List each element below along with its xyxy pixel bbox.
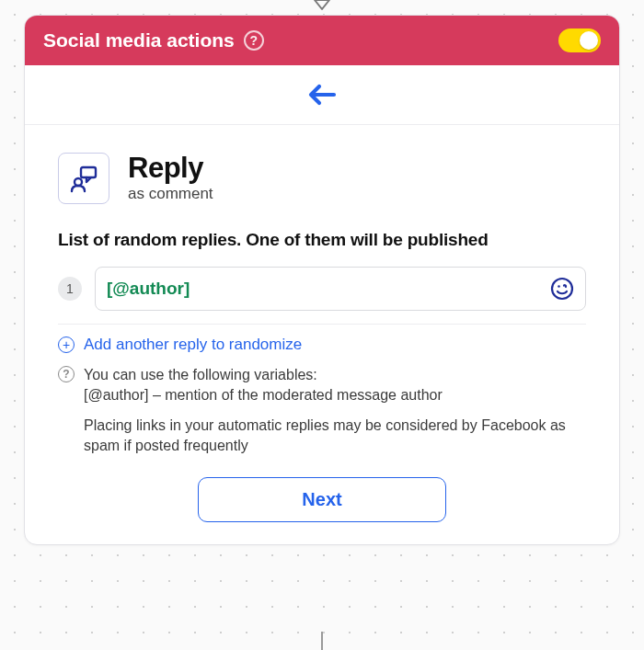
reply-header: Reply as comment [58,153,586,204]
node-connector-out [321,632,323,650]
back-arrow-icon[interactable] [306,82,338,111]
toggle-knob [580,31,598,50]
card-title: Social media actions [43,29,235,51]
svg-point-3 [558,285,560,288]
replies-section-label: List of random replies. One of them will… [58,230,586,250]
back-row [25,65,619,125]
reply-index-badge: 1 [58,277,82,301]
spam-warning: Placing links in your automatic replies … [84,416,586,455]
add-reply-label: Add another reply to randomize [84,336,302,354]
hint-line-2: [@author] – mention of the moderated mes… [84,385,586,405]
svg-rect-0 [81,167,96,177]
plus-circle-icon: + [58,336,75,353]
card-header: Social media actions ? [25,16,619,65]
next-button[interactable]: Next [198,477,446,522]
help-icon: ? [58,366,75,382]
divider [58,324,586,325]
enable-toggle[interactable] [558,29,601,52]
action-card: Social media actions ? Reply [24,15,620,545]
add-reply-button[interactable]: + Add another reply to randomize [58,336,586,354]
reply-title: Reply [128,154,213,184]
hint-line-1: You can use the following variables: [84,365,586,385]
help-icon[interactable]: ? [244,30,264,51]
reply-row: 1 [58,267,586,311]
reply-input-wrap [95,267,586,311]
svg-point-2 [552,279,572,299]
reply-subtitle: as comment [128,185,213,203]
reply-comment-icon [58,153,109,204]
reply-input[interactable] [107,279,550,299]
emoji-picker-icon[interactable] [550,277,574,301]
variables-hint: ? You can use the following variables: [… [58,365,586,405]
